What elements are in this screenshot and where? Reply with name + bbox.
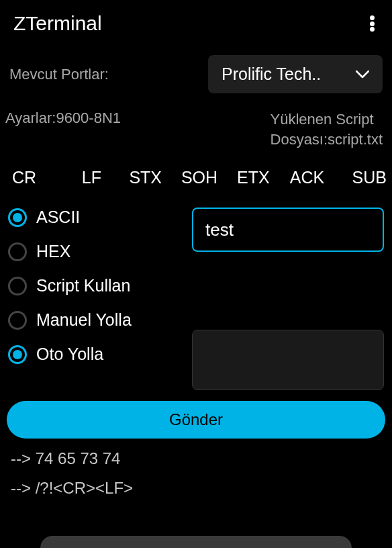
radio-icon [8,311,27,330]
radio-label: HEX [36,242,70,261]
log-output: --> 74 65 73 74 --> /?!<CR><LF> [0,439,392,502]
radio-label: Manuel Yolla [36,310,132,330]
ctrl-soh[interactable]: SOH [174,168,225,187]
bottom-sheet-handle[interactable] [40,536,352,548]
radio-hex[interactable]: HEX [8,242,184,261]
radio-icon [8,208,27,227]
ctrl-ack[interactable]: ACK [281,168,332,187]
script-file-info: Yüklenen Script Dosyası:script.txt [271,109,383,149]
radio-icon [8,242,27,261]
radio-label: Script Kullan [36,276,130,295]
overflow-menu-icon[interactable] [369,14,375,33]
send-input[interactable] [192,208,384,252]
control-char-row: CR LF STX SOH ETX ACK SUB [0,149,392,187]
radio-icon [8,277,27,295]
ctrl-sub[interactable]: SUB [336,168,387,187]
ctrl-cr[interactable]: CR [12,168,63,187]
radio-label: ASCII [36,208,80,227]
log-line: --> 74 65 73 74 [11,444,381,473]
radio-script[interactable]: Script Kullan [8,276,184,295]
secondary-input[interactable] [192,330,384,390]
ctrl-etx[interactable]: ETX [228,168,279,187]
log-line: --> /?!<CR><LF> [11,473,381,502]
ctrl-stx[interactable]: STX [120,168,171,187]
radio-auto[interactable]: Oto Yolla [8,345,184,364]
chevron-down-icon [356,71,369,79]
port-dropdown-value: Prolific Tech.. [222,64,321,84]
radio-label: Oto Yolla [36,345,103,364]
settings-summary: Ayarlar:9600-8N1 [5,109,121,127]
radio-icon [8,345,27,364]
radio-ascii[interactable]: ASCII [8,208,184,227]
port-dropdown[interactable]: Prolific Tech.. [208,55,383,93]
ports-label: Mevcut Portlar: [9,66,109,83]
radio-manual[interactable]: Manuel Yolla [8,310,184,330]
ctrl-lf[interactable]: LF [66,168,117,187]
send-button[interactable]: Gönder [7,401,385,439]
app-title: ZTerminal [13,12,102,35]
